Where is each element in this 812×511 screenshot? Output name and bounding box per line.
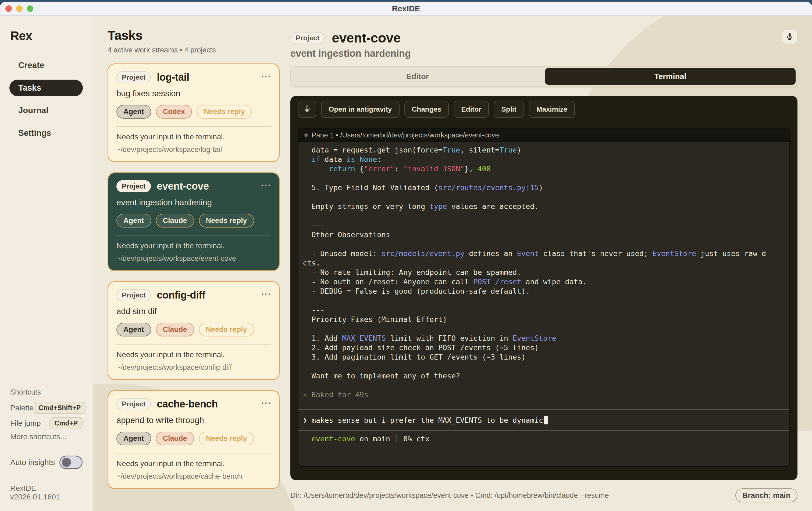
project-badge: Project	[116, 180, 151, 192]
session-info: Dir: /Users/tomerbd/dev/projects/workspa…	[290, 491, 609, 500]
shortcut-label: Palette	[10, 404, 34, 412]
terminal-cursor	[544, 416, 548, 424]
project-badge: Project	[290, 32, 325, 44]
auto-insights-toggle[interactable]	[59, 456, 83, 469]
sidebar-item-create[interactable]: Create	[9, 57, 83, 74]
sidebar-item-settings[interactable]: Settings	[9, 125, 83, 141]
toolbar-button-changes[interactable]: Changes	[404, 101, 449, 118]
tab-terminal[interactable]: Terminal	[545, 68, 795, 85]
card-menu-icon[interactable]: ⋯	[261, 71, 271, 81]
app-version: RexIDE v2026.01.1601	[10, 484, 83, 501]
branch-badge: Branch: main	[735, 488, 798, 502]
page-title: event-cove	[332, 30, 401, 46]
tag-needs-reply: Needs reply	[199, 432, 254, 445]
card-menu-icon[interactable]: ⋯	[261, 398, 271, 408]
microphone-icon	[303, 105, 311, 113]
prompt-chevron-icon: ❯	[303, 416, 307, 424]
tag-needs-reply: Needs reply	[199, 214, 254, 228]
task-card-tags: AgentClaudeNeeds reply	[116, 432, 271, 445]
terminal-output: data = request.get_json(force=True, sile…	[298, 142, 789, 409]
terminal-container: Open in antigravityChangesEditorSplitMax…	[290, 96, 798, 480]
tag-needs-reply: Needs reply	[199, 323, 254, 337]
main-footer: Dir: /Users/tomerbd/dev/projects/workspa…	[290, 488, 798, 502]
divider	[116, 235, 271, 235]
task-card[interactable]: Project event-cove ⋯ event ingestion har…	[108, 172, 280, 271]
toolbar-button-open-in-antigravity[interactable]: Open in antigravity	[321, 101, 400, 118]
main-panel: Project event-cove event ingestion harde…	[290, 16, 812, 511]
shortcut-row-palette: Palette Cmd+Shift+P	[10, 402, 83, 414]
tag-claude: Claude	[156, 432, 194, 445]
task-card-header: Project log-tail	[116, 71, 271, 83]
card-menu-icon[interactable]: ⋯	[261, 289, 271, 299]
task-card-title: log-tail	[157, 72, 189, 83]
tasks-panel-subtitle: 4 active work streams • 4 projects	[108, 46, 280, 54]
terminal-input-line[interactable]: ❯ makes sense but i prefer the MAX_EVENT…	[298, 410, 789, 430]
task-card-tags: AgentClaudeNeeds reply	[116, 214, 271, 228]
view-tabs: EditorTerminal	[290, 66, 798, 87]
sidebar-footer: Shortcuts Palette Cmd+Shift+P File jump …	[10, 388, 83, 501]
toolbar-button-split[interactable]: Split	[494, 101, 524, 118]
task-card-subtitle: bug fixes session	[116, 89, 271, 98]
tag-agent: Agent	[116, 214, 151, 228]
task-card-tags: AgentCodexNeeds reply	[116, 105, 271, 119]
tasks-panel-title: Tasks	[108, 28, 280, 43]
terminal-pane[interactable]: Pane 1 • /Users/tomerbd/dev/projects/wor…	[298, 128, 790, 467]
app-window: RexIDE Rex CreateTasksJournalSettings Sh…	[0, 2, 812, 511]
task-card-subtitle: add sim dif	[116, 307, 271, 316]
task-card-status: Needs your input in the terminal.	[116, 350, 271, 359]
task-card[interactable]: Project config-diff ⋯ add sim dif AgentC…	[108, 281, 280, 380]
task-card-path: ~/dev/projects/workspace/cache-bench	[116, 472, 271, 481]
terminal-input-text: makes sense but i prefer the MAX_EVENTS …	[307, 416, 543, 424]
project-badge: Project	[116, 398, 151, 410]
pane-title: Pane 1 • /Users/tomerbd/dev/projects/wor…	[312, 131, 499, 139]
tab-editor[interactable]: Editor	[292, 68, 543, 85]
pane-status-dot	[304, 133, 308, 137]
more-shortcuts-link[interactable]: More shortcuts...	[10, 432, 83, 441]
terminal-toolbar: Open in antigravityChangesEditorSplitMax…	[298, 101, 790, 118]
task-card-title: config-diff	[157, 289, 205, 301]
microphone-button[interactable]	[782, 30, 798, 44]
auto-insights-label: Auto insights	[10, 458, 55, 467]
task-card[interactable]: Project cache-bench ⋯ append to write th…	[108, 390, 280, 489]
task-card-status: Needs your input in the terminal.	[116, 242, 271, 250]
toolbar-button-editor[interactable]: Editor	[454, 101, 489, 118]
project-badge: Project	[116, 289, 151, 301]
divider	[116, 344, 271, 344]
task-card-tags: AgentClaudeNeeds reply	[116, 323, 271, 337]
microphone-icon	[786, 32, 794, 41]
tag-claude: Claude	[156, 214, 194, 228]
main-header: Project event-cove	[290, 30, 812, 46]
page-subtitle: event ingestion hardening	[290, 48, 812, 59]
task-card-list: Project log-tail ⋯ bug fixes session Age…	[108, 63, 280, 489]
task-card-header: Project cache-bench	[116, 398, 271, 410]
tag-agent: Agent	[116, 432, 151, 445]
task-card-subtitle: append to write through	[116, 416, 271, 425]
task-card-path: ~/dev/projects/workspace/event-cove	[116, 254, 271, 263]
divider	[116, 453, 271, 453]
tag-needs-reply: Needs reply	[197, 105, 252, 119]
shortcut-row-file-jump: File jump Cmd+P	[10, 417, 83, 429]
sidebar-item-tasks[interactable]: Tasks	[9, 80, 83, 96]
toolbar-button-maximize[interactable]: Maximize	[529, 101, 575, 118]
shortcut-keys: Cmd+P	[50, 417, 83, 429]
terminal-microphone-button[interactable]	[298, 101, 316, 118]
tag-agent: Agent	[116, 323, 151, 337]
tag-agent: Agent	[116, 105, 151, 119]
task-card-path: ~/dev/projects/workspace/log-tail	[116, 145, 271, 154]
task-card-title: event-cove	[157, 180, 209, 192]
tasks-panel: Tasks 4 active work streams • 4 projects…	[93, 16, 290, 511]
shortcut-keys: Cmd+Shift+P	[34, 402, 86, 414]
sidebar-item-journal[interactable]: Journal	[9, 102, 83, 119]
divider	[116, 126, 271, 127]
terminal-pane-header: Pane 1 • /Users/tomerbd/dev/projects/wor…	[298, 129, 789, 142]
window-title: RexIDE	[0, 2, 812, 16]
task-card-subtitle: event ingestion hardening	[116, 198, 271, 207]
tag-claude: Claude	[156, 323, 194, 337]
sidebar-nav: CreateTasksJournalSettings	[0, 57, 93, 141]
task-card-title: cache-bench	[157, 398, 218, 410]
card-menu-icon[interactable]: ⋯	[261, 180, 271, 190]
task-card-status: Needs your input in the terminal.	[116, 459, 271, 468]
tag-codex: Codex	[156, 105, 192, 119]
task-card[interactable]: Project log-tail ⋯ bug fixes session Age…	[108, 63, 280, 162]
auto-insights-row: Auto insights	[10, 456, 83, 469]
